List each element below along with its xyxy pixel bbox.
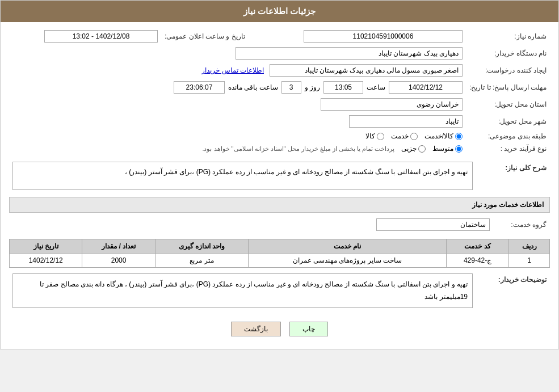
ejad-value: اصغر صبوری مسول مالی دهیاری بیدک شهرستان… [270, 64, 463, 77]
baqi-label: ساعت باقی مانده [228, 83, 278, 91]
dastgah-value: دهیاری بیدک شهرستان تایباد [236, 47, 463, 60]
tarikh-value: 1402/12/08 - 13:02 [44, 30, 158, 43]
radio-mottavaset[interactable]: متوسط [432, 145, 463, 153]
shahr-value: تایباد [349, 115, 463, 128]
radio-jazee[interactable]: جزیی [401, 145, 426, 153]
ostan-label: استان محل تحویل: [466, 96, 550, 113]
tabaqe-radio-group: کالا/خدمت خدمت کالا [12, 132, 463, 140]
grooh-value: ساختمان [376, 218, 490, 231]
tabaqe-label: طبقه بندی موضوعی: [466, 130, 550, 142]
services-header-row: ردیف کد خدمت نام خدمت واحد اندازه گیری ت… [10, 239, 550, 254]
etelaat-link[interactable]: اطلاعات تماس خریدار [201, 66, 264, 74]
sharh-text: تهیه و اجرای بتن اسفالتی با سنگ شکسته از… [12, 162, 473, 190]
main-container: جزئیات اطلاعات نیاز شماره نیاز: 11021045… [0, 0, 559, 349]
rooz-label: روز و [305, 83, 320, 91]
row-mohlat: مهلت ارسال پاسخ: تا تاریخ: 1402/12/12 سا… [9, 79, 550, 96]
services-section: ردیف کد خدمت نام خدمت واحد اندازه گیری ت… [9, 239, 550, 268]
farayand-note: پرداخت تمام یا بخشی از مبلغ خریدار محل "… [202, 145, 394, 153]
services-table: ردیف کد خدمت نام خدمت واحد اندازه گیری ت… [9, 239, 550, 268]
row-ejad: ایجاد کننده درخواست: اصغر صبوری مسول مال… [9, 62, 550, 79]
row-dastgah: نام دستگاه خریدار: دهیاری بیدک شهرستان ت… [9, 45, 550, 62]
rooz-value: 3 [281, 81, 301, 94]
shahr-label: شهر محل تحویل: [466, 113, 550, 130]
print-button[interactable]: چاپ [289, 322, 328, 336]
page-title: جزئیات اطلاعات نیاز [243, 6, 316, 16]
shomara-label: شماره نیاز: [466, 28, 550, 45]
date-value: 1402/12/12 [389, 81, 463, 94]
table-row: 1ج-42-429ساخت سایر پروژه‌های مهندسی عمرا… [10, 254, 550, 268]
grooh-label: گروه خدمت: [493, 216, 550, 233]
col-vahed: واحد اندازه گیری [155, 239, 248, 254]
shomara-value: 1102104591000006 [304, 30, 463, 43]
tawzih-label: توضیحات خریدار: [476, 271, 550, 310]
mohlat-label: مهلت ارسال پاسخ: تا تاریخ: [466, 79, 550, 96]
saat-label: ساعت [367, 83, 385, 91]
sharh-label: شرح کلی نیاز: [476, 159, 550, 192]
col-radif: ردیف [509, 239, 550, 254]
ejad-label: ایجاد کننده درخواست: [466, 62, 550, 79]
baqi-value: 23:06:07 [174, 81, 225, 94]
grooh-table: گروه خدمت: ساختمان [9, 216, 550, 233]
col-tedad: تعداد / مقدار [82, 239, 155, 254]
farayand-radio-group: متوسط جزیی [401, 145, 463, 153]
sharh-table: شرح کلی نیاز: تهیه و اجرای بتن اسفالتی ب… [9, 159, 550, 192]
page-header: جزئیات اطلاعات نیاز [1, 1, 558, 22]
services-section-title: اطلاعات خدمات مورد نیاز [9, 197, 550, 213]
bottom-buttons: چاپ بازگشت [9, 315, 550, 343]
col-kod: کد خدمت [446, 239, 509, 254]
col-tarikh: تاریخ نیاز [10, 239, 82, 254]
radio-kala[interactable]: کالا [365, 132, 384, 140]
row-shomara: شماره نیاز: 1102104591000006 تاریخ و ساع… [9, 28, 550, 45]
info-table: شماره نیاز: 1102104591000006 تاریخ و ساع… [9, 28, 550, 155]
radio-kala-khadamat[interactable]: کالا/خدمت [424, 132, 463, 140]
tarikh-label: تاریخ و ساعت اعلان عمومی: [161, 28, 257, 45]
ostan-value: خراسان رضوی [321, 98, 463, 111]
content-area: شماره نیاز: 1102104591000006 تاریخ و ساع… [1, 22, 558, 349]
tawzih-text: تهیه و اجرای بتن اسفالتی با سنگ شکسته از… [12, 273, 473, 308]
dastgah-label: نام دستگاه خریدار: [466, 45, 550, 62]
col-name: نام خدمت [249, 239, 447, 254]
row-farayand: نوع فرآیند خرید : متوسط جزیی [9, 142, 550, 155]
saat-value: 13:05 [323, 81, 363, 94]
row-tabaqe: طبقه بندی موضوعی: کالا/خدمت خدمت [9, 130, 550, 142]
tawzih-table: توضیحات خریدار: تهیه و اجرای بتن اسفالتی… [9, 271, 550, 310]
row-ostan: استان محل تحویل: خراسان رضوی [9, 96, 550, 113]
row-shahr: شهر محل تحویل: تایباد [9, 113, 550, 130]
back-button[interactable]: بازگشت [231, 322, 281, 336]
radio-khadamat[interactable]: خدمت [391, 132, 418, 140]
sharh-row: شرح کلی نیاز: تهیه و اجرای بتن اسفالتی ب… [9, 159, 550, 192]
farayand-label: نوع فرآیند خرید : [466, 142, 550, 155]
